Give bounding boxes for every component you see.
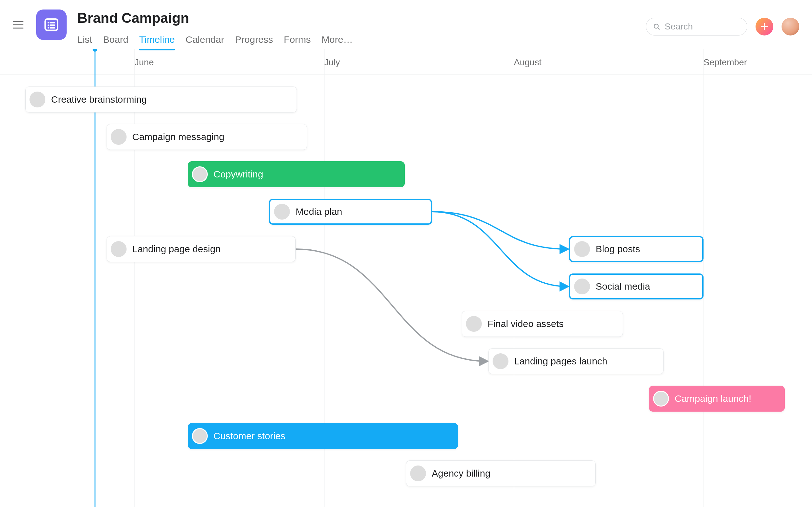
tab-more[interactable]: More… bbox=[322, 34, 353, 50]
task-bar[interactable]: Blog posts bbox=[569, 236, 704, 262]
assignee-avatar bbox=[192, 166, 208, 182]
menu-toggle-button[interactable] bbox=[13, 18, 26, 31]
search-box[interactable] bbox=[646, 18, 747, 36]
task-bar[interactable]: Media plan bbox=[269, 199, 432, 225]
tab-list[interactable]: List bbox=[78, 34, 92, 50]
today-marker-dot bbox=[93, 49, 97, 52]
tab-calendar[interactable]: Calendar bbox=[186, 34, 224, 50]
task-label: Blog posts bbox=[596, 244, 640, 255]
task-label: Customer stories bbox=[213, 431, 286, 441]
task-bar[interactable]: Landing pages launch bbox=[489, 348, 664, 374]
task-label: Creative brainstorming bbox=[51, 94, 147, 105]
task-label: Agency billing bbox=[432, 468, 490, 479]
task-bar[interactable]: Campaign messaging bbox=[107, 124, 307, 150]
assignee-avatar bbox=[111, 241, 126, 257]
app-header: Brand Campaign ListBoardTimelineCalendar… bbox=[0, 0, 812, 49]
task-bar[interactable]: Customer stories bbox=[188, 423, 458, 449]
project-icon bbox=[36, 9, 67, 40]
search-icon bbox=[653, 22, 660, 31]
month-label: June bbox=[135, 57, 154, 67]
task-bar[interactable]: Copywriting bbox=[188, 161, 405, 187]
month-gridline bbox=[704, 49, 704, 507]
task-label: Final video assets bbox=[488, 319, 564, 329]
timeline-task-area[interactable]: Creative brainstormingCampaign messaging… bbox=[0, 74, 812, 507]
tab-board[interactable]: Board bbox=[103, 34, 129, 50]
task-label: Landing pages launch bbox=[514, 356, 607, 367]
task-bar[interactable]: Agency billing bbox=[406, 460, 596, 487]
svg-line-8 bbox=[658, 27, 659, 29]
month-label: August bbox=[514, 57, 542, 67]
project-title: Brand Campaign bbox=[78, 10, 353, 26]
timeline-month-header: JuneJulyAugustSeptember bbox=[0, 49, 812, 74]
add-button[interactable] bbox=[756, 18, 773, 36]
tab-forms[interactable]: Forms bbox=[284, 34, 311, 50]
tab-timeline[interactable]: Timeline bbox=[139, 34, 175, 50]
task-bar[interactable]: Landing page design bbox=[107, 236, 296, 262]
tab-progress[interactable]: Progress bbox=[235, 34, 273, 50]
search-input[interactable] bbox=[665, 21, 740, 32]
assignee-avatar bbox=[653, 391, 669, 406]
assignee-avatar bbox=[111, 129, 126, 145]
task-label: Social media bbox=[596, 281, 650, 292]
assignee-avatar bbox=[30, 92, 45, 107]
task-label: Campaign messaging bbox=[132, 131, 224, 142]
assignee-avatar bbox=[574, 241, 590, 257]
task-bar[interactable]: Campaign launch! bbox=[649, 386, 785, 412]
task-label: Media plan bbox=[296, 206, 342, 217]
month-gridline bbox=[135, 49, 135, 507]
assignee-avatar bbox=[410, 465, 426, 481]
task-label: Landing page design bbox=[132, 244, 221, 255]
task-label: Campaign launch! bbox=[675, 393, 751, 404]
task-bar[interactable]: Final video assets bbox=[462, 311, 623, 337]
today-marker-line bbox=[95, 49, 96, 507]
task-bar[interactable]: Creative brainstorming bbox=[26, 87, 297, 112]
task-bar[interactable]: Social media bbox=[569, 274, 704, 299]
task-label: Copywriting bbox=[213, 169, 263, 180]
plus-icon bbox=[760, 22, 769, 31]
timeline-view: JuneJulyAugustSeptember Creative brainst… bbox=[0, 49, 812, 507]
current-user-avatar[interactable] bbox=[781, 18, 799, 36]
month-label: September bbox=[704, 57, 747, 67]
month-gridline bbox=[514, 49, 514, 507]
month-label: July bbox=[324, 57, 340, 67]
assignee-avatar bbox=[274, 204, 290, 220]
assignee-avatar bbox=[574, 279, 590, 294]
view-tabs: ListBoardTimelineCalendarProgressFormsMo… bbox=[78, 34, 353, 50]
assignee-avatar bbox=[192, 428, 208, 444]
assignee-avatar bbox=[493, 353, 508, 369]
assignee-avatar bbox=[466, 316, 482, 332]
